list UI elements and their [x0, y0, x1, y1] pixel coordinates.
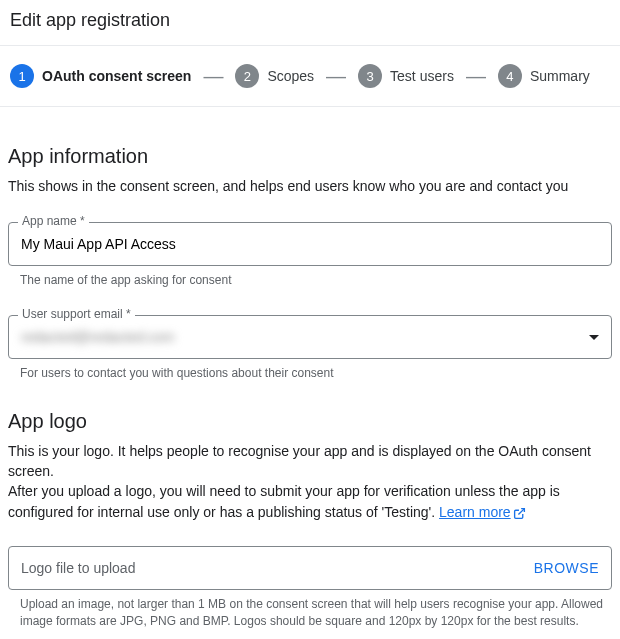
step-oauth-consent[interactable]: 1 OAuth consent screen: [10, 64, 191, 88]
page-title: Edit app registration: [10, 10, 610, 31]
step-label: Summary: [530, 68, 590, 84]
app-logo-desc1: This is your logo. It helps people to re…: [8, 443, 591, 479]
chevron-down-icon: [589, 335, 599, 340]
step-separator: —: [201, 66, 225, 86]
content: App information This shows in the consen…: [0, 107, 620, 639]
app-logo-desc: This is your logo. It helps people to re…: [8, 441, 612, 522]
step-number: 1: [10, 64, 34, 88]
app-info-title: App information: [8, 145, 612, 168]
app-name-helper: The name of the app asking for consent: [8, 272, 612, 289]
step-separator: —: [324, 66, 348, 86]
app-logo-title: App logo: [8, 410, 612, 433]
step-test-users[interactable]: 3 Test users: [358, 64, 454, 88]
support-email-value: redacted@redacted.com: [21, 329, 175, 345]
browse-button[interactable]: BROWSE: [534, 560, 599, 576]
support-email-label: User support email *: [18, 307, 135, 321]
step-label: Scopes: [267, 68, 314, 84]
step-number: 2: [235, 64, 259, 88]
logo-upload-box[interactable]: Logo file to upload BROWSE: [8, 546, 612, 590]
app-name-border: [8, 222, 612, 266]
logo-upload-placeholder: Logo file to upload: [21, 560, 135, 576]
app-name-field: App name * The name of the app asking fo…: [8, 222, 612, 289]
step-scopes[interactable]: 2 Scopes: [235, 64, 314, 88]
app-info-desc: This shows in the consent screen, and he…: [8, 176, 612, 196]
app-name-input[interactable]: [21, 236, 599, 252]
page-header: Edit app registration: [0, 0, 620, 46]
svg-line-0: [518, 508, 524, 514]
step-summary[interactable]: 4 Summary: [498, 64, 590, 88]
logo-upload-helper: Upload an image, not larger than 1 MB on…: [8, 596, 612, 630]
step-label: Test users: [390, 68, 454, 84]
support-email-helper: For users to contact you with questions …: [8, 365, 612, 382]
external-link-icon: [513, 507, 526, 520]
step-separator: —: [464, 66, 488, 86]
step-number: 4: [498, 64, 522, 88]
app-name-label: App name *: [18, 214, 89, 228]
step-label: OAuth consent screen: [42, 68, 191, 84]
step-number: 3: [358, 64, 382, 88]
stepper: 1 OAuth consent screen — 2 Scopes — 3 Te…: [0, 46, 620, 107]
learn-more-link[interactable]: Learn more: [439, 504, 526, 520]
support-email-field: User support email * redacted@redacted.c…: [8, 315, 612, 382]
support-email-select[interactable]: redacted@redacted.com: [8, 315, 612, 359]
